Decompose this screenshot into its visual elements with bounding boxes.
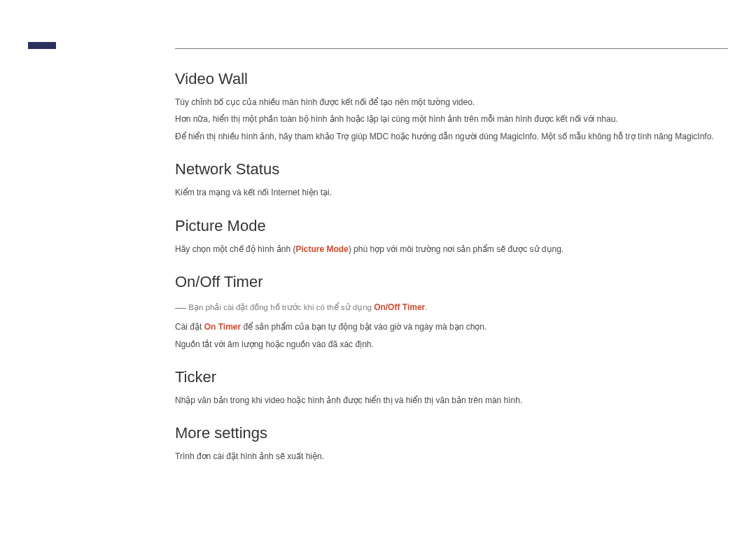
header-accent-bar xyxy=(28,42,56,49)
heading-video-wall: Video Wall xyxy=(175,70,728,88)
text-fragment: Cài đặt xyxy=(175,322,204,332)
text-fragment: Hãy chọn một chế độ hình ảnh ( xyxy=(175,244,295,254)
header-divider xyxy=(175,48,728,49)
note-fragment: . xyxy=(425,303,427,311)
text-fragment: ) phù hợp với môi trường nơi sản phẩm sẽ… xyxy=(349,244,564,254)
emphasis-on-timer: On Timer xyxy=(204,322,241,332)
heading-more-settings: More settings xyxy=(175,424,728,442)
body-text: Hơn nữa, hiển thị một phần toàn bộ hình … xyxy=(175,112,728,126)
body-text: Nhập văn bản trong khi video hoặc hình ả… xyxy=(175,393,728,407)
body-text: Cài đặt On Timer để sản phẩm của bạn tự … xyxy=(175,320,728,334)
heading-ticker: Ticker xyxy=(175,368,728,386)
document-page: Video Wall Tùy chỉnh bố cục của nhiều mà… xyxy=(0,0,756,495)
main-content: Video Wall Tùy chỉnh bố cục của nhiều mà… xyxy=(175,70,728,464)
heading-picture-mode: Picture Mode xyxy=(175,217,728,235)
body-text: Trình đơn cài đặt hình ảnh sẽ xuất hiện. xyxy=(175,449,728,463)
note-fragment: Bạn phải cài đặt đồng hồ trước khi có th… xyxy=(188,303,374,311)
note-text: ― Bạn phải cài đặt đồng hồ trước khi có … xyxy=(175,298,728,317)
emphasis-on-off-timer: On/Off Timer xyxy=(374,302,425,312)
heading-on-off-timer: On/Off Timer xyxy=(175,273,728,291)
note-dash-icon: ― xyxy=(175,302,186,314)
body-text: Hãy chọn một chế độ hình ảnh (Picture Mo… xyxy=(175,242,728,256)
body-text: Tùy chỉnh bố cục của nhiều màn hình được… xyxy=(175,95,728,109)
heading-network-status: Network Status xyxy=(175,160,728,178)
text-fragment: để sản phẩm của bạn tự động bật vào giờ … xyxy=(241,322,486,332)
emphasis-picture-mode: Picture Mode xyxy=(295,244,348,254)
body-text: Để hiển thị nhiều hình ảnh, hãy tham khả… xyxy=(175,129,728,143)
body-text: Kiểm tra mạng và kết nối Internet hiện t… xyxy=(175,185,728,199)
body-text: Nguồn tắt với âm lượng hoặc nguồn vào đã… xyxy=(175,337,728,351)
